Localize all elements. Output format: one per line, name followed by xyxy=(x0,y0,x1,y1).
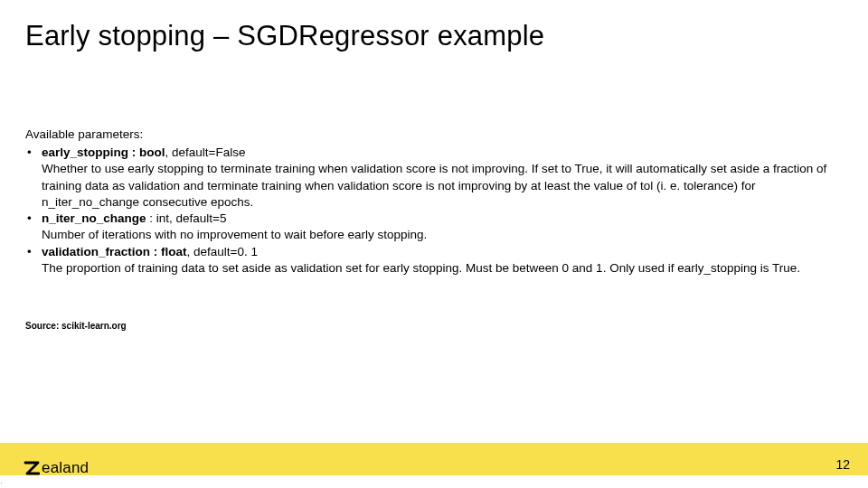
param-default: : int, default=5 xyxy=(146,211,227,225)
logo-text: ealand xyxy=(42,459,89,477)
intro-text: Available parameters: xyxy=(25,127,843,143)
param-default: , default=0. 1 xyxy=(187,245,258,258)
list-item: n_iter_no_change : int, default=5 xyxy=(25,211,843,227)
param-desc: Number of iterations with no improvement… xyxy=(25,227,843,243)
page-number: 12 xyxy=(835,457,850,472)
list-item: early_stopping : bool, default=False xyxy=(25,145,843,161)
param-label: validation_fraction : float xyxy=(42,245,187,258)
param-desc: The proportion of training data to set a… xyxy=(25,260,843,277)
footer: ealand 12 xyxy=(0,443,868,488)
param-desc: Whether to use early stopping to termina… xyxy=(25,161,843,211)
list-item: validation_fraction : float, default=0. … xyxy=(25,244,843,260)
corner-mark: ' xyxy=(1,482,2,487)
slide-title: Early stopping – SGDRegressor example xyxy=(25,20,544,52)
param-label: n_iter_no_change xyxy=(42,211,146,225)
logo-z-icon xyxy=(24,460,40,476)
param-list: early_stopping : bool, default=False Whe… xyxy=(25,145,843,277)
param-default: , default=False xyxy=(165,145,246,159)
source-citation: Source: scikit-learn.org xyxy=(25,321,127,331)
slide: Early stopping – SGDRegressor example Av… xyxy=(0,0,868,488)
footer-accent-bar xyxy=(0,443,868,475)
content-body: Available parameters: early_stopping : b… xyxy=(25,127,843,277)
logo: ealand xyxy=(24,459,89,477)
param-label: early_stopping : bool xyxy=(42,145,165,159)
